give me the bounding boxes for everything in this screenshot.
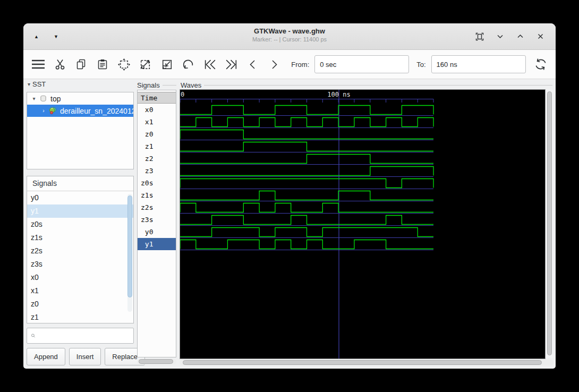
zoom-fit-icon[interactable] bbox=[114, 54, 133, 75]
wave-names-panel: Time x0 x1 z0 z1 z2 z3z0sz1sz2sz3s y0 y1 bbox=[137, 90, 176, 357]
maximize-icon[interactable] bbox=[514, 31, 526, 42]
wave-trace-z1s bbox=[180, 191, 433, 200]
zoom-undo-icon[interactable] bbox=[179, 54, 198, 75]
signal-buttons: Append Insert Replace bbox=[27, 348, 134, 365]
waves-header: Waves bbox=[181, 81, 552, 89]
wave-name-z2[interactable]: z2 bbox=[138, 152, 176, 165]
signal-search-box bbox=[27, 328, 134, 344]
gtkwave-window: ▲ ▼ GTKWave - wave.ghw Marker: -- | Curs… bbox=[23, 23, 556, 369]
signal-list-item-z1[interactable]: z1 bbox=[27, 311, 133, 323]
to-start-icon[interactable] bbox=[200, 54, 219, 75]
prev-edge-icon[interactable] bbox=[243, 54, 262, 75]
paste-icon[interactable] bbox=[93, 54, 112, 75]
append-button[interactable]: Append bbox=[27, 348, 65, 365]
tree-item-top[interactable]: ▾ top bbox=[27, 92, 133, 105]
signal-list-item-z0s[interactable]: z0s bbox=[27, 218, 133, 231]
signal-list-item-z2s[interactable]: z2s bbox=[27, 244, 133, 258]
wave-trace-z2 bbox=[180, 155, 433, 164]
sst-header: ▾ SST bbox=[28, 80, 91, 88]
waves-hscrollbar-thumb[interactable] bbox=[183, 360, 542, 365]
waves-vscrollbar-thumb[interactable] bbox=[547, 91, 552, 355]
wave-trace-z3s bbox=[180, 216, 433, 225]
wave-trace-z1 bbox=[180, 142, 433, 151]
module-icon bbox=[48, 106, 57, 115]
wave-trace-x0 bbox=[180, 106, 433, 115]
titlebar-down-arrow-icon[interactable]: ▼ bbox=[52, 32, 61, 41]
menu-icon[interactable] bbox=[29, 54, 48, 75]
titlebar: ▲ ▼ GTKWave - wave.ghw Marker: -- | Curs… bbox=[23, 23, 556, 50]
wave-name-y1[interactable]: y1 bbox=[138, 238, 176, 250]
cut-icon[interactable] bbox=[50, 54, 69, 75]
scope-icon bbox=[39, 94, 48, 103]
search-input[interactable] bbox=[36, 329, 133, 343]
signal-search-list: Signals y0y1z0sz1sz2sz3sx0x1z0z1 bbox=[27, 176, 134, 323]
to-input[interactable] bbox=[431, 55, 526, 73]
signal-list-item-z1s[interactable]: z1s bbox=[27, 231, 133, 244]
from-label: From: bbox=[291, 61, 309, 69]
wave-trace-z2s bbox=[180, 203, 433, 212]
signal-list-item-y0[interactable]: y0 bbox=[27, 191, 133, 204]
wave-name-x0[interactable]: x0 bbox=[138, 104, 176, 116]
waves-hscrollbar[interactable] bbox=[180, 360, 554, 365]
signal-list-item-x1[interactable]: x1 bbox=[27, 284, 133, 297]
signal-list-header: Signals bbox=[27, 176, 133, 191]
search-icon bbox=[31, 331, 36, 340]
from-input[interactable] bbox=[314, 55, 409, 73]
wave-name-z1[interactable]: z1 bbox=[138, 140, 176, 152]
expander-closed-icon[interactable]: › bbox=[40, 108, 47, 114]
wave-trace-x1 bbox=[180, 118, 433, 127]
to-label: To: bbox=[416, 61, 425, 69]
signal-list: y0y1z0sz1sz2sz3sx0x1z0z1 bbox=[27, 191, 133, 323]
svg-text:0: 0 bbox=[181, 91, 184, 98]
titlebar-up-arrow-icon[interactable]: ▲ bbox=[32, 32, 41, 41]
time-header[interactable]: Time bbox=[138, 92, 176, 104]
wave-trace-z0 bbox=[180, 130, 433, 139]
expander-open-icon[interactable]: ▾ bbox=[30, 96, 38, 101]
wave-name-z0[interactable]: z0 bbox=[138, 128, 176, 140]
fullscreen-icon[interactable] bbox=[474, 31, 486, 42]
wave-trace-y1 bbox=[180, 240, 433, 249]
zoom-in-icon[interactable] bbox=[136, 54, 155, 75]
tree-item-derailleur[interactable]: › derailleur_sn_20240121_ bbox=[27, 105, 133, 117]
wave-name-z2s[interactable]: z2s bbox=[138, 201, 176, 214]
wave-name-x1[interactable]: x1 bbox=[138, 116, 176, 128]
wave-trace-y0 bbox=[180, 228, 433, 237]
zoom-out-icon[interactable] bbox=[157, 54, 176, 75]
signal-list-item-x0[interactable]: x0 bbox=[27, 271, 133, 284]
signal-list-scrollbar-thumb[interactable] bbox=[127, 195, 132, 297]
wave-name-z3[interactable]: z3 bbox=[138, 165, 176, 177]
copy-icon[interactable] bbox=[72, 54, 91, 75]
signal-list-item-y1[interactable]: y1 bbox=[27, 204, 133, 218]
close-icon[interactable] bbox=[534, 31, 546, 42]
wave-name-z1s[interactable]: z1s bbox=[138, 189, 176, 201]
wave-trace-z3 bbox=[180, 167, 433, 176]
wave-name-z3s[interactable]: z3s bbox=[138, 214, 176, 226]
insert-button[interactable]: Insert bbox=[69, 348, 101, 365]
signal-list-item-z3s[interactable]: z3s bbox=[27, 258, 133, 271]
wave-trace-z0s bbox=[180, 179, 433, 188]
main-content: ▾ SST ▾ top › derailleur_sn_ bbox=[23, 79, 556, 369]
wave-names-header: Signals bbox=[137, 81, 176, 89]
waves-vscrollbar[interactable] bbox=[546, 89, 554, 358]
sst-tree: ▾ top › derailleur_sn_20240121_ bbox=[27, 92, 134, 169]
wave-names-hscrollbar[interactable] bbox=[137, 359, 176, 364]
to-end-icon[interactable] bbox=[222, 54, 241, 75]
wave-name-y0[interactable]: y0 bbox=[138, 226, 176, 238]
wave-names-hscrollbar-thumb[interactable] bbox=[139, 359, 173, 364]
wave-name-z0s[interactable]: z0s bbox=[138, 177, 176, 189]
sst-collapse-icon[interactable]: ▾ bbox=[28, 81, 30, 87]
toolbar: From: To: bbox=[23, 50, 556, 79]
waveform-canvas[interactable]: 0100 ns bbox=[180, 89, 546, 359]
reload-icon[interactable] bbox=[531, 54, 550, 75]
next-edge-icon[interactable] bbox=[265, 54, 284, 75]
signal-list-scrollbar[interactable] bbox=[127, 194, 132, 312]
signal-list-item-z0[interactable]: z0 bbox=[27, 297, 133, 311]
minimize-icon[interactable] bbox=[494, 31, 506, 42]
svg-text:100 ns: 100 ns bbox=[327, 91, 350, 98]
